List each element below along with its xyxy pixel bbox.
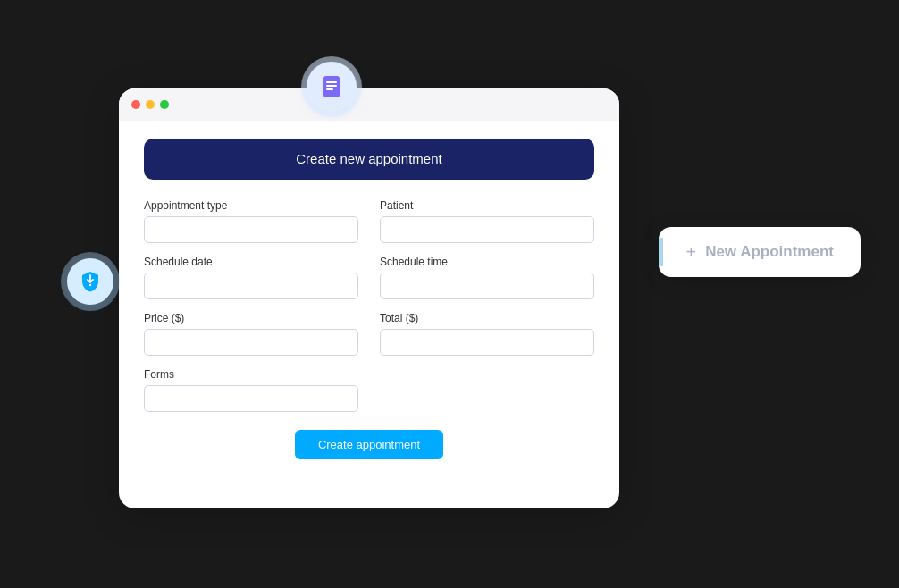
- form-grid: Appointment type Patient Schedule date S…: [144, 199, 594, 412]
- new-appointment-label: New Appointment: [705, 243, 834, 261]
- dot-green: [160, 100, 169, 109]
- form-group-appointment-type: Appointment type: [144, 199, 358, 243]
- form-group-patient: Patient: [380, 199, 594, 243]
- input-appointment-type[interactable]: [144, 216, 358, 243]
- form-header: Create new appointment: [144, 139, 594, 180]
- window-content: Create new appointment Appointment type …: [119, 121, 619, 481]
- dot-red: [131, 100, 140, 109]
- plus-icon: +: [685, 243, 696, 261]
- form-group-price: Price ($): [144, 312, 358, 356]
- form-group-forms: Forms: [144, 368, 358, 412]
- svg-rect-1: [326, 81, 337, 83]
- form-group-schedule-time: Schedule time: [380, 256, 594, 299]
- label-schedule-time: Schedule time: [380, 256, 594, 268]
- label-appointment-type: Appointment type: [144, 199, 358, 212]
- main-window: Create new appointment Appointment type …: [119, 88, 619, 508]
- svg-point-4: [89, 284, 91, 286]
- input-schedule-time[interactable]: [380, 273, 594, 299]
- svg-rect-3: [326, 88, 333, 90]
- label-price: Price ($): [144, 312, 358, 324]
- label-patient: Patient: [380, 199, 594, 212]
- svg-rect-2: [326, 85, 337, 87]
- titlebar: [119, 88, 619, 121]
- form-group-schedule-date: Schedule date: [144, 256, 358, 299]
- create-appointment-button[interactable]: Create appointment: [295, 430, 443, 459]
- input-schedule-date[interactable]: [144, 273, 358, 299]
- label-total: Total ($): [380, 312, 594, 324]
- form-header-title: Create new appointment: [296, 151, 441, 166]
- scene: Create new appointment Appointment type …: [47, 35, 852, 553]
- input-price[interactable]: [144, 329, 358, 356]
- label-forms: Forms: [144, 368, 358, 381]
- dot-yellow: [146, 100, 155, 109]
- floating-doc-icon: [307, 62, 357, 112]
- input-patient[interactable]: [380, 216, 594, 243]
- form-group-total: Total ($): [380, 312, 594, 356]
- form-actions: Create appointment: [144, 430, 594, 459]
- input-total[interactable]: [380, 329, 594, 356]
- floating-shield-icon: [67, 258, 113, 305]
- input-forms[interactable]: [144, 385, 358, 412]
- new-appointment-card[interactable]: + New Appointment: [659, 227, 861, 277]
- label-schedule-date: Schedule date: [144, 256, 358, 268]
